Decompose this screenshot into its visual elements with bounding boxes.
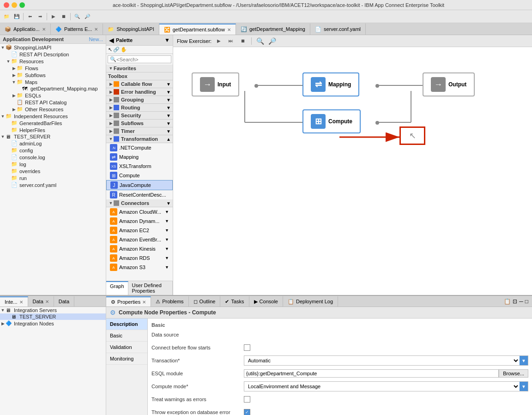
search-input[interactable] bbox=[116, 57, 169, 62]
tree-item-shoppinglist[interactable]: ▼ 📦 ShoppingListAPI bbox=[0, 44, 106, 51]
props-toolbar-btn2[interactable]: ⊡ bbox=[513, 298, 517, 305]
tree-item-restcatalog[interactable]: 📋 REST API Catalog bbox=[0, 99, 106, 106]
palette-link-icon[interactable]: 🔗 bbox=[113, 47, 120, 53]
toolbox-item-xsl[interactable]: XS XSLTransform bbox=[106, 162, 173, 171]
compute-node[interactable]: ⊞ Compute bbox=[302, 109, 361, 133]
toolbox-item-dynamo[interactable]: A Amazon Dynam... ▼ bbox=[106, 217, 173, 226]
int-nodes-item[interactable]: ▶ 🔷 Integration Nodes bbox=[0, 320, 106, 327]
inte-tab-close[interactable]: ✕ bbox=[19, 300, 23, 305]
toolbox-item-netcompute[interactable]: .N .NETCompute bbox=[106, 143, 173, 152]
tab-patterns[interactable]: 🔷 Patterns E... ✕ bbox=[51, 24, 103, 35]
tab-serverconf[interactable]: 📄 server.conf.yaml bbox=[310, 24, 366, 35]
tab-getdept[interactable]: 🔀 getDepartment.subflow ✕ bbox=[159, 24, 236, 35]
toolbar-btn-2[interactable]: 💾 bbox=[12, 12, 21, 21]
section-grouping[interactable]: ▶ Grouping ▼ bbox=[106, 96, 173, 104]
tab-close-getdept[interactable]: ✕ bbox=[227, 27, 231, 32]
output-node[interactable]: → Output bbox=[423, 72, 475, 96]
minimize-button[interactable] bbox=[12, 2, 17, 8]
tree-item-otherresources[interactable]: ▶ 📁 Other Resources bbox=[0, 106, 106, 113]
browse-button[interactable]: Browse... bbox=[499, 369, 528, 378]
transaction-select[interactable]: Automatic bbox=[244, 356, 520, 365]
tree-item-maps[interactable]: ▼ 📁 Maps bbox=[0, 78, 106, 85]
flow-exerciser-btn2[interactable]: ⏭ bbox=[226, 36, 236, 46]
tree-item-run[interactable]: 📁 run bbox=[0, 174, 106, 181]
zoom-out-button[interactable]: 🔎 bbox=[83, 12, 92, 21]
toolbox-item-rds[interactable]: A Amazon RDS ▼ bbox=[106, 253, 173, 263]
palette-options-icon[interactable]: ▼ bbox=[164, 37, 170, 43]
graph-tab[interactable]: Graph bbox=[106, 281, 128, 295]
props-toolbar-minimize[interactable]: ─ bbox=[519, 298, 523, 305]
tree-item-log[interactable]: 📁 log bbox=[0, 161, 106, 168]
props-toolbar-maximize[interactable]: □ bbox=[525, 298, 528, 305]
toolbox-item-javacompute[interactable]: J JavaCompute bbox=[106, 180, 173, 190]
maximize-button[interactable] bbox=[19, 2, 25, 8]
toolbar-btn-1[interactable]: 📁 bbox=[2, 12, 11, 21]
window-controls[interactable] bbox=[4, 2, 25, 8]
bottom-tab-deploylog[interactable]: 📋 Deployment Log bbox=[283, 296, 338, 307]
toolbox-item-ec2[interactable]: A Amazon EC2 ▼ bbox=[106, 226, 173, 235]
zoom-in-canvas[interactable]: 🔍 bbox=[255, 36, 265, 46]
drag-target-box[interactable]: ↖ bbox=[399, 126, 425, 145]
section-timer[interactable]: ▶ Timer ▼ bbox=[106, 127, 173, 135]
zoom-in-button[interactable]: 🔍 bbox=[73, 12, 82, 21]
palette-hand-icon[interactable]: ✋ bbox=[121, 47, 127, 53]
int-servers-item[interactable]: ▼ 🖥 Integration Servers bbox=[0, 307, 106, 313]
props-nav-basic[interactable]: Basic bbox=[106, 330, 147, 342]
tree-item-serverconf2[interactable]: 📄 server.conf.yaml bbox=[0, 181, 106, 188]
toolbar-btn-4[interactable]: ➡ bbox=[36, 12, 45, 21]
esql-input[interactable] bbox=[244, 369, 499, 378]
bottom-tab-outline[interactable]: ◻ Outline bbox=[189, 296, 221, 307]
section-routing[interactable]: ▶ Routing ▼ bbox=[106, 104, 173, 112]
transaction-select-wrap[interactable]: Automatic ▼ bbox=[244, 355, 528, 366]
tree-item-flows[interactable]: ▶ 📁 Flows bbox=[0, 65, 106, 72]
exception-checkbox[interactable]: ✓ bbox=[244, 409, 250, 415]
bottom-tab-data2[interactable]: Data bbox=[54, 296, 74, 307]
bottom-tab-data1[interactable]: Data ✕ bbox=[28, 296, 54, 307]
zoom-out-canvas[interactable]: 🔎 bbox=[267, 36, 277, 46]
toolbox-item-mapping[interactable]: ⇌ Mapping bbox=[106, 152, 173, 162]
properties-tab-close[interactable]: ✕ bbox=[142, 300, 146, 305]
tree-item-config[interactable]: 📁 config bbox=[0, 147, 106, 154]
toolbar-btn-3[interactable]: ⬅ bbox=[25, 12, 35, 21]
flow-canvas[interactable]: → Input ⇌ Mapping bbox=[173, 47, 532, 295]
computemode-select-wrap[interactable]: LocalEnvironment and Message ▼ bbox=[244, 381, 528, 391]
data1-tab-close[interactable]: ✕ bbox=[45, 299, 49, 304]
bottom-tab-properties[interactable]: ⚙ Properties ✕ bbox=[106, 296, 151, 307]
tree-item-restapi[interactable]: 📄 REST API Description bbox=[0, 51, 106, 58]
favorites-section[interactable]: ▼ Favorites bbox=[106, 65, 173, 72]
computemode-select[interactable]: LocalEnvironment and Message bbox=[244, 382, 520, 391]
tab-shopping[interactable]: 📁 ShoppingListAPI bbox=[103, 24, 159, 35]
toolbox-item-kinesis[interactable]: A Amazon Kinesis ▼ bbox=[106, 244, 173, 253]
udp-tab[interactable]: User Defined Properties bbox=[128, 281, 173, 295]
flow-exerciser-btn3[interactable]: ⏹ bbox=[238, 36, 248, 46]
palette-cursor-icon[interactable]: ↖ bbox=[108, 47, 112, 53]
connect-checkbox[interactable] bbox=[244, 344, 250, 351]
bottom-tab-inte[interactable]: Inte... ✕ bbox=[0, 296, 28, 307]
tree-item-generatedbar[interactable]: 📁 GeneratedBarFiles bbox=[0, 120, 106, 126]
mapping-node[interactable]: ⇌ Mapping bbox=[302, 72, 359, 96]
tree-item-independent[interactable]: ▼ 📁 Independent Resources bbox=[0, 113, 106, 120]
run-button[interactable]: ▶ bbox=[49, 12, 58, 21]
section-connectors[interactable]: ▼ Connectors ▼ bbox=[106, 199, 173, 207]
toolbox-item-s3[interactable]: A Amazon S3 ▼ bbox=[106, 263, 173, 272]
section-callable[interactable]: ▶ Callable flow ▼ bbox=[106, 80, 173, 88]
project-tree[interactable]: ▼ 📦 ShoppingListAPI 📄 REST API Descripti… bbox=[0, 44, 106, 295]
bottom-tab-console[interactable]: ▶ Console bbox=[249, 296, 283, 307]
tree-item-consolelog[interactable]: 📄 console.log bbox=[0, 154, 106, 161]
palette-search[interactable]: 🔍 bbox=[108, 55, 171, 63]
section-error[interactable]: ▶ Error handling ▼ bbox=[106, 88, 173, 96]
toolbox-item-cloudw[interactable]: A Amazon CloudW... ▼ bbox=[106, 207, 173, 217]
close-button[interactable] bbox=[4, 2, 9, 8]
tab-close-patterns[interactable]: ✕ bbox=[94, 27, 98, 32]
props-nav-description[interactable]: Description bbox=[106, 319, 147, 330]
tree-item-mapfile[interactable]: 🗺 getDepartment_Mapping.map bbox=[0, 85, 106, 92]
section-transformation[interactable]: ▼ Transformation ▲ bbox=[106, 135, 173, 143]
toolbox-item-eventbr[interactable]: A Amazon EventBr... ▼ bbox=[106, 235, 173, 244]
tree-item-testserver[interactable]: ▼ 🖥 TEST_SERVER bbox=[0, 133, 106, 140]
section-subflows[interactable]: ▶ Subflows ▼ bbox=[106, 120, 173, 127]
tree-item-overrides[interactable]: 📁 overrides bbox=[0, 168, 106, 174]
toolbox-item-compute[interactable]: ⊞ Compute bbox=[106, 171, 173, 180]
tree-item-eqsls[interactable]: ▶ 📁 ESQLs bbox=[0, 92, 106, 99]
tree-item-subflows[interactable]: ▶ 📁 Subflows bbox=[0, 72, 106, 78]
props-toolbar-btn1[interactable]: 📋 bbox=[504, 298, 511, 305]
